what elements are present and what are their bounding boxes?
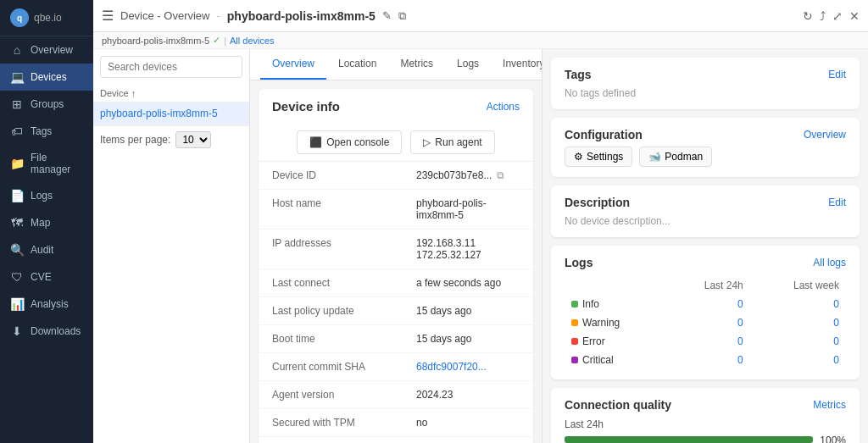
info-value: a few seconds ago [416, 277, 520, 289]
log-dot [571, 301, 578, 307]
device-list-item[interactable]: phyboard-polis-imx8mm-5 [93, 102, 249, 125]
info-label: Boot time [272, 333, 416, 345]
log-24h-count: 0 [665, 332, 749, 351]
sidebar-item-devices[interactable]: 💻Devices [0, 64, 93, 91]
info-value-text: 15 days ago [416, 333, 471, 345]
log-level-cell: Critical [565, 351, 665, 369]
connection-quality-header: Connection quality Metrics [565, 398, 846, 412]
sidebar-item-groups[interactable]: ⊞Groups [0, 91, 93, 118]
tags-title: Tags [565, 68, 592, 81]
tab-inventory[interactable]: Inventory [491, 49, 542, 80]
device-right-panel: Tags Edit No tags defined Configuration … [542, 49, 868, 443]
all-devices-link[interactable]: All devices [230, 36, 275, 46]
info-label: Current commit SHA [272, 361, 416, 373]
config-settings-button[interactable]: ⚙ Settings [565, 147, 632, 167]
log-level-cell: Error [565, 332, 665, 351]
close-button[interactable]: ✕ [849, 9, 860, 23]
log-level-row: Error 0 0 [565, 332, 846, 351]
device-id-value: 239cb073b7e8... [416, 169, 492, 181]
main-content: ☰ Device - Overview - phyboard-polis-imx… [93, 0, 868, 443]
info-label: Last connect [272, 277, 416, 289]
breadcrumb-separator: | [224, 36, 226, 46]
metrics-link[interactable]: Metrics [813, 399, 846, 411]
logs-col-24h: Last 24h [665, 276, 749, 295]
sidebar-item-file-manager[interactable]: 📁File manager [0, 145, 93, 182]
logo-text: qbe.io [34, 12, 62, 24]
info-row: Boot time15 days ago [259, 325, 533, 353]
info-label: Secured with TPM [272, 417, 416, 429]
info-value-text: phyboard-polis-imx8mm-5 [416, 197, 520, 221]
sidebar: q qbe.io ⌂Overview💻Devices⊞Groups🏷Tags📁F… [0, 0, 93, 443]
gear-icon: ⚙ [574, 151, 583, 163]
sidebar-item-analysis[interactable]: 📊Analysis [0, 291, 93, 318]
content-wrapper: Device ↑ phyboard-polis-imx8mm-5 Items p… [93, 49, 868, 443]
connection-quality-card: Connection quality Metrics Last 24h 100%… [551, 388, 860, 443]
actions-button[interactable]: Actions [487, 101, 520, 113]
sidebar-icon-overview: ⌂ [10, 43, 24, 57]
config-settings-label: Settings [587, 151, 623, 163]
log-24h-count: 0 [665, 295, 749, 313]
sidebar-item-tags[interactable]: 🏷Tags [0, 118, 93, 145]
log-week-count: 0 [750, 332, 846, 351]
copy-device-id-button[interactable]: ⧉ [497, 169, 504, 181]
config-header: Configuration Overview [565, 128, 846, 141]
copy-device-name-button[interactable]: ⧉ [398, 9, 406, 23]
info-row: Last connecta few seconds ago [259, 269, 533, 297]
device-list-header: Device ↑ [93, 85, 249, 102]
sidebar-icon-map: 🗺 [10, 216, 24, 230]
log-dot [571, 319, 578, 326]
info-label: Device ID [272, 169, 416, 181]
expand-button[interactable]: ⤢ [832, 9, 843, 23]
info-value: 239cb073b7e8...⧉ [416, 169, 520, 181]
device-info-title: Device info [272, 99, 340, 114]
tags-header: Tags Edit [565, 68, 846, 81]
menu-icon[interactable]: ☰ [102, 8, 114, 24]
sidebar-item-logs[interactable]: 📄Logs [0, 182, 93, 209]
run-agent-button[interactable]: ▷ Run agent [410, 130, 494, 154]
config-overview-link[interactable]: Overview [804, 129, 846, 141]
breadcrumb-prefix: Device - Overview [120, 9, 209, 22]
config-buttons: ⚙ Settings 🐋 Podman [565, 147, 846, 167]
logs-table: Last 24h Last week Info 0 0 Warning 0 0 … [565, 276, 846, 369]
sidebar-icon-downloads: ⬇ [10, 324, 24, 338]
info-value-text: 2024.23 [416, 389, 453, 401]
refresh-button[interactable]: ↻ [803, 9, 813, 23]
sidebar-icon-cve: 🛡 [10, 270, 24, 284]
sidebar-item-map[interactable]: 🗺Map [0, 209, 93, 236]
sidebar-label-analysis: Analysis [31, 298, 69, 310]
config-title: Configuration [565, 128, 643, 141]
config-podman-button[interactable]: 🐋 Podman [639, 147, 712, 167]
log-week-count: 0 [750, 295, 846, 313]
all-logs-link[interactable]: All logs [813, 257, 846, 269]
description-card: Description Edit No device description..… [551, 186, 860, 237]
tab-logs[interactable]: Logs [445, 49, 491, 80]
info-value: no [416, 417, 520, 429]
edit-device-name-button[interactable]: ✎ [382, 9, 392, 22]
tab-location[interactable]: Location [326, 49, 388, 80]
sidebar-label-groups: Groups [31, 98, 64, 110]
items-per-page-label: Items per page: [100, 134, 170, 146]
description-edit-link[interactable]: Edit [828, 197, 846, 208]
search-box [93, 49, 249, 85]
log-level-row: Warning 0 0 [565, 313, 846, 332]
open-console-button[interactable]: ⬛ Open console [297, 130, 402, 154]
info-value: 68dfc9007f20... [416, 361, 520, 373]
quality-bar-fill [565, 436, 813, 443]
sidebar-label-devices: Devices [31, 71, 67, 83]
sidebar-label-audit: Audit [31, 244, 53, 256]
sidebar-item-cve[interactable]: 🛡CVE [0, 263, 93, 291]
tags-edit-link[interactable]: Edit [828, 69, 846, 80]
share-button[interactable]: ⤴ [820, 9, 826, 23]
sidebar-item-overview[interactable]: ⌂Overview [0, 36, 93, 64]
tab-overview[interactable]: Overview [260, 49, 326, 80]
per-page-select[interactable]: 10 25 50 [175, 131, 211, 148]
commit-sha-link[interactable]: 68dfc9007f20... [416, 361, 487, 373]
sidebar-item-downloads[interactable]: ⬇Downloads [0, 318, 93, 345]
log-dot [571, 357, 578, 363]
sidebar-item-audit[interactable]: 🔍Audit [0, 236, 93, 263]
log-dot [571, 338, 578, 345]
device-sort-label[interactable]: Device ↑ [100, 88, 136, 98]
tab-metrics[interactable]: Metrics [388, 49, 445, 80]
logs-header: Logs All logs [565, 256, 846, 269]
search-input[interactable] [100, 56, 242, 78]
